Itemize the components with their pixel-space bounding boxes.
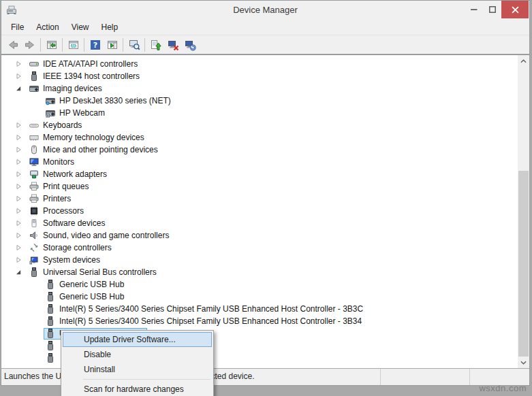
print-queue-icon	[29, 182, 39, 191]
expander-collapsed-icon[interactable]	[15, 60, 27, 68]
tree-item-memory-technology-devices[interactable]: Memory technology devices	[1, 131, 529, 144]
expander-collapsed-icon[interactable]	[15, 219, 27, 227]
tree-item-label: Generic USB Hub	[59, 292, 124, 301]
tree-item-storage-controllers[interactable]: Storage controllers	[1, 242, 529, 254]
tree-item-generic-usb-hub[interactable]: Generic USB Hub	[1, 291, 529, 303]
vertical-scrollbar[interactable]	[518, 55, 529, 368]
expander-collapsed-icon[interactable]	[15, 182, 27, 191]
tree-item-label: IEEE 1394 host controllers	[43, 71, 140, 81]
menu-bar: FileActionViewHelp	[1, 19, 529, 35]
context-menu: Update Driver Software...DisableUninstal…	[61, 330, 214, 396]
device-tree: IDE ATA/ATAPI controllersIEEE 1394 host …	[1, 55, 529, 364]
expander-collapsed-icon[interactable]	[15, 170, 27, 178]
printer-icon	[29, 194, 39, 203]
back-icon	[7, 39, 19, 51]
expander-collapsed-icon[interactable]	[15, 72, 27, 80]
menu-item-update-driver-software[interactable]: Update Driver Software...	[63, 332, 212, 347]
tree-item-content	[44, 340, 62, 352]
tree-item-label: IDE ATA/ATAPI controllers	[43, 59, 138, 69]
ide-controller-icon	[29, 59, 39, 69]
menu-item-disable[interactable]: Disable	[63, 347, 212, 362]
tree-item-hp-deskjet-3830-series-net[interactable]: HP DeskJet 3830 series (NET)	[1, 95, 529, 107]
toolbar: ?	[1, 35, 529, 54]
tree-item-universal-serial-bus-controllers[interactable]: Universal Serial Bus controllers	[1, 266, 529, 278]
maximize-icon	[489, 6, 496, 13]
chevron-down-icon[interactable]	[518, 357, 529, 368]
expander-expanded-icon[interactable]	[15, 84, 27, 93]
maximize-button[interactable]	[483, 1, 501, 18]
menu-item-uninstall[interactable]: Uninstall	[63, 362, 212, 377]
menu-file[interactable]: File	[5, 20, 30, 34]
title-bar[interactable]: Device Manager	[1, 1, 529, 19]
expander-collapsed-icon[interactable]	[15, 244, 27, 252]
page-title: Device Manager	[1, 1, 529, 19]
tree-item-content: Universal Serial Bus controllers	[27, 267, 159, 278]
tree-item-label: Universal Serial Bus controllers	[43, 267, 157, 277]
tree-item-generic-usb-hub[interactable]: Generic USB Hub	[1, 278, 529, 291]
tree-item-system-devices[interactable]: System devices	[1, 254, 529, 266]
tree-item-printers[interactable]: Printers	[1, 193, 529, 205]
toolbar-uninstall-button[interactable]	[164, 37, 181, 53]
expander-collapsed-icon[interactable]	[15, 256, 27, 264]
watermark: wsxdn.com	[479, 383, 527, 393]
close-button[interactable]	[501, 1, 529, 18]
expander-collapsed-icon[interactable]	[15, 231, 27, 240]
minimize-button[interactable]	[465, 1, 483, 18]
tree-item-hp-webcam[interactable]: HP Webcam	[1, 107, 529, 119]
toolbar-show-console-tree-button[interactable]	[43, 37, 60, 53]
menu-action[interactable]: Action	[30, 20, 65, 34]
expander-collapsed-icon[interactable]	[15, 158, 27, 166]
menu-help[interactable]: Help	[95, 20, 125, 34]
chevron-up-icon[interactable]	[518, 55, 529, 67]
sound-icon	[29, 231, 39, 240]
menu-item-scan-for-hardware-changes[interactable]: Scan for hardware changes	[63, 382, 212, 396]
toolbar-show-action-pane-button[interactable]	[104, 37, 121, 53]
tree-item-label: System devices	[43, 255, 100, 265]
tree-item-software-devices[interactable]: Software devices	[1, 217, 529, 229]
scrollbar-thumb[interactable]	[518, 171, 529, 357]
tree-item-label: Intel(R) 5 Series/3400 Series Chipset Fa…	[59, 316, 362, 326]
expander-collapsed-icon[interactable]	[15, 133, 27, 142]
expander-collapsed-icon[interactable]	[15, 195, 27, 203]
svg-text:?: ?	[93, 41, 97, 50]
tree-item-label: Intel(R) 5 Series/3400 Series Chipset Fa…	[59, 304, 363, 314]
tree-item-intel-r-5-series-3400-series-chipset-family-usb-[interactable]: Intel(R) 5 Series/3400 Series Chipset Fa…	[1, 315, 529, 327]
device-tree-pane: IDE ATA/ATAPI controllersIEEE 1394 host …	[1, 54, 529, 369]
tree-item-ieee-1394-host-controllers[interactable]: IEEE 1394 host controllers	[1, 70, 529, 82]
tree-item-content: IDE ATA/ATAPI controllers	[27, 59, 140, 70]
properties-icon	[67, 39, 80, 51]
tree-item-label: Network adapters	[43, 169, 107, 179]
toolbar-find-button[interactable]	[125, 37, 142, 53]
toolbar-scan-hardware-button[interactable]	[181, 37, 198, 53]
toolbar-update-driver-button[interactable]	[147, 37, 164, 53]
tree-item-label: Sound, video and game controllers	[43, 231, 169, 240]
tree-item-imaging-devices[interactable]: Imaging devices	[1, 82, 529, 95]
toolbar-back-button[interactable]	[4, 37, 21, 53]
tree-item-mice-and-other-pointing-devices[interactable]: Mice and other pointing devices	[1, 144, 529, 156]
toolbar-help-button[interactable]: ?	[87, 37, 104, 53]
toolbar-properties-button[interactable]	[65, 37, 82, 53]
tree-item-content: Software devices	[27, 218, 108, 229]
expander-collapsed-icon[interactable]	[15, 121, 27, 129]
expander-expanded-icon[interactable]	[15, 268, 27, 276]
tree-item-sound-video-and-game-controllers[interactable]: Sound, video and game controllers	[1, 229, 529, 242]
menu-view[interactable]: View	[65, 20, 95, 34]
tree-item-print-queues[interactable]: Print queues	[1, 180, 529, 193]
tree-item-monitors[interactable]: Monitors	[1, 156, 529, 168]
tree-item-content: Mice and other pointing devices	[27, 144, 161, 156]
usb-icon	[46, 341, 55, 350]
expander-collapsed-icon[interactable]	[15, 207, 27, 215]
toolbar-forward-button[interactable]	[21, 37, 38, 53]
tree-item-label: Mice and other pointing devices	[43, 145, 158, 154]
expander-collapsed-icon[interactable]	[15, 146, 27, 154]
tree-item-network-adapters[interactable]: Network adapters	[1, 168, 529, 180]
tree-item-content: Keyboards	[27, 120, 84, 131]
tree-item-content: Intel(R) 5 Series/3400 Series Chipset Fa…	[44, 316, 364, 327]
find-icon	[128, 39, 140, 51]
tree-item-ide-ata-atapi-controllers[interactable]: IDE ATA/ATAPI controllers	[1, 58, 529, 70]
tree-item-content: Monitors	[27, 156, 77, 168]
software-device-icon	[29, 218, 39, 228]
tree-item-processors[interactable]: Processors	[1, 205, 529, 217]
tree-item-intel-r-5-series-3400-series-chipset-family-usb-[interactable]: Intel(R) 5 Series/3400 Series Chipset Fa…	[1, 303, 529, 315]
tree-item-keyboards[interactable]: Keyboards	[1, 119, 529, 131]
